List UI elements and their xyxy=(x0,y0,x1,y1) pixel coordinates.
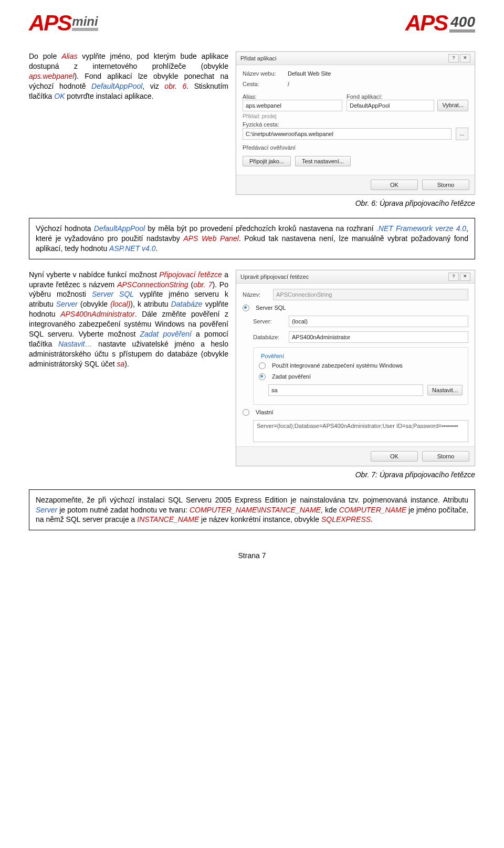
option-win-auth: Použít integrované zabezpečení systému W… xyxy=(272,362,403,369)
help-icon[interactable]: ? xyxy=(448,54,459,62)
radio-custom[interactable] xyxy=(243,409,249,416)
group-credentials: Pověření Použít integrované zabezpečení … xyxy=(253,347,468,405)
paragraph-add-app: Do pole Alias vyplňte jméno, pod kterým … xyxy=(29,51,228,101)
em-apsconnectionstring: APSConnectionString xyxy=(117,280,188,289)
dialog-titlebar: Upravit připojovací řetězec ? ✕ xyxy=(236,270,475,284)
em-set-button: Nastavit… xyxy=(58,340,92,348)
logo-suffix-text: mini xyxy=(72,15,98,31)
label-pass-auth: Předávací ověřování xyxy=(243,144,468,151)
cancel-button[interactable]: Storno xyxy=(422,451,469,462)
logo-aps-400: APS 400 xyxy=(405,11,475,36)
test-settings-button[interactable]: Test nastavení... xyxy=(295,156,351,166)
text: by měla být po provedení předchozích kro… xyxy=(145,224,376,233)
em-computer-name: COMPUTER_NAME xyxy=(339,506,406,514)
header: APS mini APS 400 xyxy=(29,11,475,36)
select-button[interactable]: Vybrat... xyxy=(437,100,468,111)
radio-server-sql[interactable] xyxy=(243,305,249,311)
value-web-name: Default Web Site xyxy=(288,70,331,77)
text: (obvykle xyxy=(78,300,110,308)
em-server: Server xyxy=(36,506,57,514)
connection-string-input[interactable]: Server=(local);Database=APS400nAdministr… xyxy=(253,420,468,442)
connect-as-button[interactable]: Připojit jako... xyxy=(243,156,291,166)
browse-button[interactable]: ... xyxy=(456,128,468,140)
text: je potom nutné zadat hodnotu ve tvaru: xyxy=(57,506,190,514)
dialog-title: Přidat aplikaci xyxy=(240,55,276,61)
logo-brand-text: APS xyxy=(405,11,447,36)
option-custom: Vlastní xyxy=(256,409,274,415)
text: Do pole xyxy=(29,52,61,60)
dialog-titlebar: Přidat aplikaci ? ✕ xyxy=(236,52,475,65)
group-title: Pověření xyxy=(259,353,286,359)
em-local: (local) xyxy=(110,300,130,308)
text: , viz xyxy=(142,82,164,90)
note-defaultapppool: Výchozí hodnota DefaultAppPool by měla b… xyxy=(29,218,475,259)
close-icon[interactable]: ✕ xyxy=(460,273,470,281)
page-number: Strana 7 xyxy=(29,551,475,560)
em-figref: obr. 6 xyxy=(164,82,186,90)
em-alias: Alias xyxy=(61,52,77,60)
option-set-cred: Zadat pověření xyxy=(272,373,311,380)
em-ok: OK xyxy=(54,92,65,100)
em-figref: obr. 7 xyxy=(193,280,212,289)
text: Nezapomeňte, že při výchozí instalaci SQ… xyxy=(36,496,468,504)
figure-caption-6: Obr. 6: Úprava připojovacího řetězce xyxy=(29,199,475,207)
label-path: Cesta: xyxy=(243,81,284,87)
ok-button[interactable]: OK xyxy=(371,180,418,190)
ok-button[interactable]: OK xyxy=(371,451,418,462)
em-defaultapppool: DefaultAppPool xyxy=(94,224,145,233)
em-aspnet: ASP.NET v4.0 xyxy=(109,244,155,253)
dialog-title: Upravit připojovací řetězec xyxy=(240,274,309,280)
em-instance-name: INSTANCE_NAME xyxy=(137,515,199,524)
em-apswebpanel: aps.webpanel xyxy=(29,72,74,80)
page: APS mini APS 400 Do pole Alias vyplňte j… xyxy=(0,0,504,575)
em-aps-web-panel: APS Web Panel xyxy=(183,234,238,243)
database-input[interactable]: APS400nAdministrator xyxy=(289,331,468,343)
text: Výchozí hodnota xyxy=(36,224,94,233)
label-web-name: Název webu: xyxy=(243,70,284,77)
figure-caption-7: Obr. 7: Úprava připojovacího řetězce xyxy=(29,470,475,479)
em-net-framework: .NET Framework verze 4.0 xyxy=(376,224,466,233)
em-server-sql: Server SQL xyxy=(92,290,134,298)
logo-underline xyxy=(449,29,475,33)
text: kde xyxy=(323,506,339,514)
label-database: Databáze: xyxy=(253,334,285,340)
em-set-cred: Zadat pověření xyxy=(140,330,191,338)
label-app-pool: Fond aplikací: xyxy=(346,93,468,100)
app-pool-input[interactable]: DefaultAppPool xyxy=(346,100,434,111)
em-sqlexpress: SQLEXPRESS xyxy=(321,515,371,524)
em-aps400nadmin: APS400nAdministrator xyxy=(60,310,135,318)
set-button[interactable]: Nastavit... xyxy=(427,385,463,395)
dialog-add-application: Přidat aplikaci ? ✕ Název webu: Default … xyxy=(236,51,475,195)
server-input[interactable]: (local) xyxy=(289,316,468,327)
value-path: / xyxy=(288,81,289,87)
logo-brand-text: APS xyxy=(29,11,71,36)
text: ). xyxy=(124,360,129,368)
label-physical-path: Fyzická cesta: xyxy=(243,121,468,128)
text: . xyxy=(156,244,158,253)
physical-path-input[interactable]: C:\inetpub\wwwroot\aps.webpanel xyxy=(243,128,452,140)
em-sa: sa xyxy=(117,360,125,368)
logo-suffix-text: 400 xyxy=(450,14,475,30)
close-icon[interactable]: ✕ xyxy=(460,54,470,62)
dialog-edit-connection-string: Upravit připojovací řetězec ? ✕ Název: A… xyxy=(236,270,475,466)
note-sqlexpress: Nezapomeňte, že při výchozí instalaci SQ… xyxy=(29,489,475,531)
text: ( xyxy=(188,280,194,289)
text: ), k atributu xyxy=(130,300,171,308)
text: . xyxy=(371,515,373,524)
radio-set-cred[interactable] xyxy=(259,373,266,380)
paragraph-connstring: Nyní vyberte v nabídce funkcí možnost Př… xyxy=(29,270,228,369)
name-input: APSConnectionString xyxy=(273,289,468,300)
help-icon[interactable]: ? xyxy=(448,273,459,281)
text: potvrďte instalaci aplikace. xyxy=(65,92,153,100)
option-server-sql: Server SQL xyxy=(256,305,286,311)
label-server: Server: xyxy=(253,318,285,324)
radio-win-auth[interactable] xyxy=(259,362,266,369)
cancel-button[interactable]: Storno xyxy=(422,180,469,190)
label-example: Příklad: prodej xyxy=(243,113,468,119)
section-add-application: Do pole Alias vyplňte jméno, pod kterým … xyxy=(29,51,475,195)
section-connection-string: Nyní vyberte v nabídce funkcí možnost Př… xyxy=(29,270,475,466)
username-input[interactable]: sa xyxy=(268,384,423,396)
alias-input[interactable]: aps.webpanel xyxy=(243,100,342,111)
em-format: COMPUTER_NAME\INSTANCE_NAME, xyxy=(190,506,323,514)
label-alias: Alias: xyxy=(243,93,342,100)
